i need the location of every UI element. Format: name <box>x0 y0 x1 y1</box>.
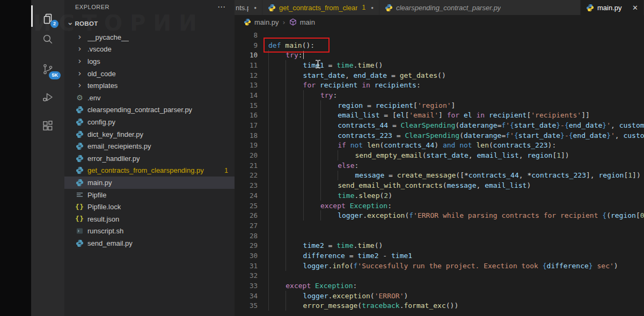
code-line-33[interactable]: 33except Exception: <box>235 281 644 291</box>
token: recipient <box>376 101 413 109</box>
modified-dot-icon[interactable]: ● <box>254 5 257 10</box>
tree-item-clearspending-contract-parser-py[interactable]: clearspending_contract_parser.py <box>64 104 235 116</box>
code-line-26[interactable]: 26logger.exception(f'ERROR while parsing… <box>235 210 644 221</box>
line-number[interactable]: 21 <box>235 161 258 170</box>
activity-run-debug[interactable] <box>31 85 64 108</box>
code-line-23[interactable]: 23send_email_with_contracts(message, ema… <box>235 180 644 190</box>
code-line-19[interactable]: 19if not len(contracts_44) and not len(c… <box>235 141 644 151</box>
tree-item-env[interactable]: ⚙.env <box>64 92 235 104</box>
line-number[interactable]: 35 <box>235 302 258 310</box>
line-number[interactable]: 27 <box>235 222 258 230</box>
tree-item-get-contracts-from-clearspending-py[interactable]: get_contracts_from_clearspending.py1 <box>64 165 235 177</box>
tree-item-logs[interactable]: ›logs <box>64 55 235 68</box>
code-line-21[interactable]: 21else: <box>235 160 644 171</box>
line-number[interactable]: 23 <box>235 181 258 189</box>
line-number[interactable]: 18 <box>235 131 258 139</box>
tree-item-runscript-sh[interactable]: runscript.sh <box>64 225 235 238</box>
tree-item-send-email-py[interactable]: send_email.py <box>64 237 235 249</box>
line-number[interactable]: 26 <box>235 211 258 219</box>
token: ) <box>526 181 531 189</box>
code-line-27[interactable]: 27 <box>235 221 644 231</box>
code-line-30[interactable]: 30difference = time2 - time1 <box>235 251 644 261</box>
line-number[interactable]: 32 <box>235 271 258 280</box>
breadcrumb-symbol[interactable]: main <box>300 18 315 26</box>
indent-guide <box>268 130 286 141</box>
tree-item-pipfile-lock[interactable]: {}Pipfile.lock <box>64 201 235 213</box>
code-line-29[interactable]: 29time2 = time.time() <box>235 240 644 251</box>
line-number[interactable]: 9 <box>235 41 258 49</box>
code-line-35[interactable]: 35error_message(traceback.format_exc()) <box>235 301 644 311</box>
line-number[interactable]: 14 <box>235 91 258 99</box>
line-number[interactable]: 24 <box>235 192 258 200</box>
line-number[interactable]: 19 <box>235 141 258 149</box>
code-line-14[interactable]: 14try: <box>235 90 644 100</box>
token: end_date <box>354 71 387 79</box>
tree-item-config-py[interactable]: config.py <box>64 116 235 128</box>
code-line-15[interactable]: 15region = recipient['region'] <box>235 100 644 111</box>
modified-dot-icon[interactable]: ● <box>371 5 374 10</box>
code-line-20[interactable]: 20send_empty_email(start_date, email_lis… <box>235 150 644 160</box>
tree-item-pipfile[interactable]: Pipfile <box>64 189 235 201</box>
activity-extensions[interactable] <box>31 114 64 138</box>
code-line-31[interactable]: 31logger.info(f'Succesfully run the proj… <box>235 261 644 271</box>
code-line-16[interactable]: 16email_list = [el['email'] for el in re… <box>235 111 644 121</box>
code-line-12[interactable]: 12start_date, end_date = get_dates() <box>235 70 644 80</box>
line-number[interactable]: 22 <box>235 171 258 179</box>
tab-clearspending-contract-parser-py[interactable]: clearspending_contract_parser.py <box>379 0 581 15</box>
indent-guide <box>286 150 303 160</box>
line-number[interactable]: 34 <box>235 292 258 300</box>
tree-item-main-py[interactable]: main.py <box>64 177 235 189</box>
line-number[interactable]: 28 <box>235 232 258 240</box>
code-line-28[interactable]: 28 <box>235 231 644 241</box>
line-number[interactable]: 29 <box>235 241 258 249</box>
line-number[interactable]: 10 <box>235 51 258 59</box>
tree-item-templates[interactable]: ›templates <box>64 79 235 92</box>
code-line-25[interactable]: 25except Exception: <box>235 201 644 211</box>
tree-item-email-reciepients-py[interactable]: email_reciepients.py <box>64 140 235 152</box>
line-number[interactable]: 30 <box>235 252 258 260</box>
file-label: dict_key_finder.py <box>87 130 143 138</box>
code-line-18[interactable]: 18contracts_223 = ClearSpending(daterang… <box>235 130 644 141</box>
code-line-11[interactable]: 11time1 = time.time() <box>235 60 644 70</box>
code-line-17[interactable]: 17contracts_44 = ClearSpending(daterange… <box>235 120 644 130</box>
code-line-22[interactable]: 22message = create_message([*contracts_4… <box>235 171 644 181</box>
line-number[interactable]: 31 <box>235 262 258 270</box>
tab-main-py[interactable]: main.py✕ <box>581 0 644 15</box>
line-number[interactable]: 11 <box>235 61 258 69</box>
line-number[interactable]: 33 <box>235 282 258 290</box>
code-line-32[interactable]: 32 <box>235 271 644 281</box>
tree-item-error-handller-py[interactable]: error_handller.py <box>64 152 235 165</box>
tree-item-old-code[interactable]: ›old_code <box>64 68 235 80</box>
code-line-24[interactable]: 24time.sleep(2) <box>235 190 644 201</box>
token: 'email' <box>409 111 438 119</box>
line-number[interactable]: 16 <box>235 111 258 119</box>
gear-icon: ⚙ <box>75 93 84 102</box>
indent-guide <box>320 180 338 190</box>
tab-get-contracts-from-clearspending-py[interactable]: get_contracts_from_clearspending.py1● <box>262 0 379 15</box>
tree-item-pycache[interactable]: ›__pycache__ <box>64 31 235 43</box>
line-number[interactable]: 13 <box>235 81 258 89</box>
indent-guide <box>320 130 338 141</box>
code-editor[interactable]: 89def main():10try:11time1 = time.time()… <box>235 29 644 316</box>
line-number[interactable]: 17 <box>235 121 258 129</box>
close-icon[interactable]: ✕ <box>628 4 638 12</box>
line-number[interactable]: 15 <box>235 101 258 109</box>
root-folder-robot[interactable]: › ROBOT <box>64 18 235 30</box>
line-number[interactable]: 12 <box>235 71 258 79</box>
breadcrumb-file[interactable]: main.py <box>254 18 279 26</box>
tree-item-vscode[interactable]: ›.vscode <box>64 43 235 56</box>
indent-guide <box>338 171 355 181</box>
tab-nts-py[interactable]: nts.py● <box>235 0 262 15</box>
token: } <box>556 121 560 129</box>
activity-search[interactable] <box>31 27 64 51</box>
activity-source-control[interactable]: 5K <box>31 57 64 81</box>
line-number[interactable]: 25 <box>235 202 258 210</box>
tree-item-result-json[interactable]: {}result.json <box>64 213 235 225</box>
line-number[interactable]: 8 <box>235 31 258 39</box>
token: } <box>589 262 593 270</box>
tree-item-dict-key-finder-py[interactable]: dict_key_finder.py <box>64 128 235 141</box>
code-line-34[interactable]: 34logger.exception('ERROR') <box>235 291 644 301</box>
more-actions-icon[interactable]: ⋯ <box>217 2 226 12</box>
line-number[interactable]: 20 <box>235 151 258 159</box>
code-line-13[interactable]: 13for recipient in recipients: <box>235 80 644 90</box>
